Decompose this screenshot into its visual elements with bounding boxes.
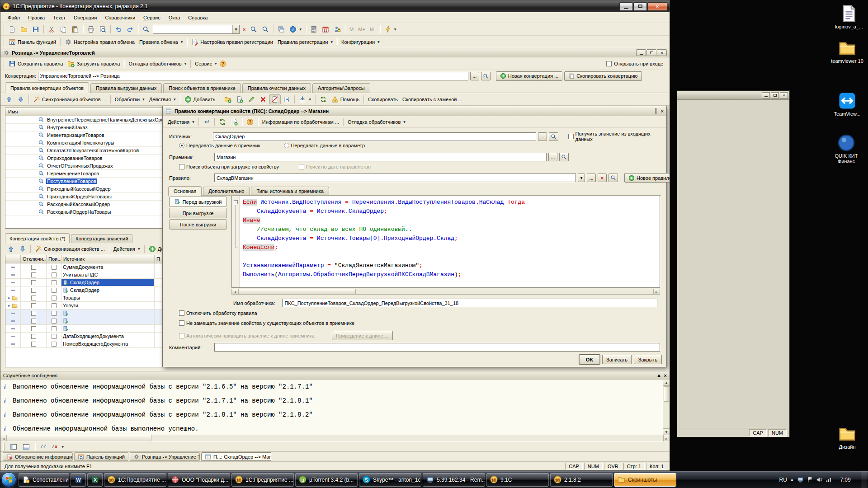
source-cell[interactable]: Товары — [61, 294, 155, 301]
split-window-button[interactable] — [8, 442, 19, 452]
table-row[interactable]: ДатаВходящегоДокумента — [5, 333, 168, 340]
send-to-param-radio[interactable] — [284, 143, 289, 148]
restore-button[interactable] — [633, 2, 647, 11]
menu-item-7[interactable]: Окна — [165, 14, 184, 22]
tab-1[interactable]: Правила конвертации объектов — [5, 82, 89, 93]
source-cell[interactable]: НомерВходящегоДокумента — [61, 340, 155, 347]
sync-properties-button[interactable]: Синхронизация свойств ... — [33, 244, 107, 254]
window-tab-4[interactable]: П...: СкладОрдер --> Магазин — [201, 452, 271, 461]
exchange-rules-button[interactable]: Правила обмена▼ — [137, 37, 185, 47]
add-group-button[interactable] — [222, 94, 234, 104]
show-desktop-button[interactable] — [861, 471, 867, 488]
prop-move-down-button[interactable] — [17, 244, 28, 254]
disable-checkbox[interactable] — [31, 319, 36, 324]
dialog-actions-button[interactable]: Действия▼ — [165, 117, 197, 127]
new-file-button[interactable] — [6, 24, 18, 34]
taskbar-button-2[interactable]: W — [71, 473, 86, 487]
stage-button-1[interactable]: Перед выгрузкой — [169, 197, 227, 207]
handlers-info-button[interactable]: Информация по обработчикам ... — [260, 117, 341, 127]
scroll-right-icon[interactable]: ► — [663, 435, 670, 441]
menu-item-3[interactable]: Текст — [49, 14, 69, 22]
message-line[interactable]: iВыполнено обновление информационной баз… — [0, 394, 670, 408]
search-checkbox[interactable] — [52, 280, 57, 285]
search-checkbox[interactable] — [52, 296, 57, 300]
start-button[interactable] — [1, 472, 16, 487]
delete-button[interactable] — [257, 94, 269, 104]
registration-rules-button[interactable]: Правила регистрации▼ — [275, 37, 335, 47]
rule-clear-button[interactable]: × — [598, 174, 607, 182]
disable-checkbox[interactable] — [31, 288, 36, 293]
disable-checkbox[interactable] — [31, 311, 36, 316]
message-line[interactable]: iВыполнено обновление информационной баз… — [0, 380, 670, 394]
paste-button[interactable] — [69, 24, 81, 34]
tree-item[interactable]: ИнвентаризацияТоваров — [5, 131, 168, 139]
registration-setup-button[interactable]: Настройка правил регистрации — [189, 37, 275, 47]
table-row[interactable]: СуммаДокумента — [5, 263, 168, 271]
fold-collapse-icon[interactable]: − — [234, 200, 238, 204]
search-by-property-checkbox[interactable] — [179, 164, 184, 169]
receiver-find-button[interactable] — [559, 153, 569, 161]
search-input[interactable] — [153, 26, 232, 33]
window-tab-2[interactable]: Панель функций — [74, 452, 128, 461]
menu-item-1[interactable]: Файл — [4, 14, 24, 22]
rule-field[interactable] — [214, 174, 576, 182]
source-cell[interactable] — [61, 325, 155, 332]
exchange-setup-button[interactable]: Настройка правил обмена — [62, 37, 137, 47]
disable-checkbox[interactable] — [31, 303, 36, 308]
dialog-maximize-icon[interactable] — [656, 108, 656, 114]
properties-tab-1[interactable]: Конвертация свойств (*) — [5, 233, 70, 243]
disable-checkbox[interactable] — [31, 326, 36, 331]
source-cell[interactable] — [61, 310, 155, 317]
tab-4[interactable]: Правила очистки данных — [242, 83, 311, 93]
source-cell[interactable]: СуммаДокумента — [61, 263, 155, 271]
tree-item[interactable]: ПриходныйКассовыйОрдер — [5, 185, 168, 193]
add-comment-button[interactable]: // — [38, 442, 48, 452]
tree-item[interactable]: ОтчетОРозничныхПродажах — [5, 162, 168, 170]
menu-item-8[interactable]: Справка — [184, 14, 211, 22]
user-settings-button[interactable] — [331, 24, 343, 34]
print-preview-button[interactable] — [97, 24, 108, 34]
source-cell[interactable]: СкладОрдер — [61, 286, 155, 294]
menu-item-4[interactable]: Операции — [70, 14, 100, 22]
properties-tab-2[interactable]: Конвертация значений — [71, 234, 132, 243]
open-button[interactable] — [18, 24, 30, 34]
tree-item[interactable]: ПриходныйОрдерНаТовары — [5, 193, 168, 201]
add-button[interactable]: Добавить — [182, 94, 218, 104]
find-next-button[interactable] — [248, 24, 259, 34]
table-row[interactable] — [5, 325, 168, 333]
search-checkbox[interactable] — [52, 311, 57, 316]
close-icon[interactable]: × — [780, 92, 788, 99]
taskbar-button-6[interactable]: 1С1С:Предприятие ... — [231, 473, 294, 487]
tree-item[interactable]: ПоступлениеТоваров — [5, 178, 168, 185]
close-button[interactable]: × — [647, 2, 667, 11]
close-dialog-button[interactable]: Закрыть — [634, 355, 662, 364]
receiver-select-button[interactable]: ... — [548, 153, 557, 161]
find-button[interactable] — [140, 24, 152, 34]
source-cell[interactable]: УчитыватьНДС — [61, 271, 155, 278]
cut-button[interactable] — [46, 24, 57, 34]
load-rules-button[interactable]: Загрузить правила — [65, 59, 122, 69]
memory-button-3[interactable]: M- — [368, 24, 378, 34]
info-button[interactable]: i▼ — [287, 24, 304, 34]
search-checkbox[interactable] — [52, 272, 57, 277]
help-icon[interactable]: ? — [219, 60, 226, 67]
save-button[interactable] — [30, 24, 42, 34]
receiver-field[interactable] — [214, 153, 547, 161]
message-line[interactable]: iВыполнено обновление информационной баз… — [0, 408, 670, 422]
taskbar-button-11[interactable]: 1С2.1.8.2 — [550, 473, 613, 487]
volume-tray-icon[interactable] — [816, 476, 823, 483]
taskbar-button-7[interactable]: µµTorrent 3.4.2 (b... — [295, 473, 358, 487]
handler-name-field[interactable] — [282, 299, 657, 307]
desktop-icon-1[interactable]: loginov_a_... — [829, 5, 868, 29]
dialog-tab-2[interactable]: Дополнительно — [203, 187, 250, 195]
prop-move-up-button[interactable] — [5, 244, 17, 254]
move-up-button[interactable] — [3, 94, 15, 104]
expand-icon[interactable]: ▸ — [8, 296, 10, 300]
length-button[interactable]: Приведение к длине ... — [332, 331, 393, 340]
table-row[interactable]: НомерВходящегоДокумента — [5, 340, 168, 348]
stage-button-2[interactable]: При выгрузке — [169, 208, 227, 218]
search-checkbox[interactable] — [52, 326, 57, 331]
dialog-close-icon[interactable]: × — [661, 108, 664, 114]
clock[interactable]: 7:09 — [836, 477, 855, 483]
desktop-icon-3[interactable]: TeamView... — [827, 92, 867, 117]
